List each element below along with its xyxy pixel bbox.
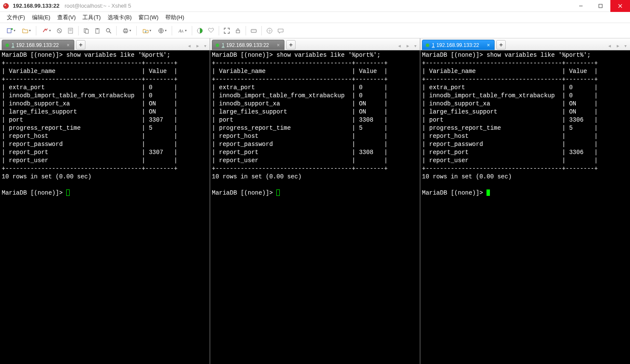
svg-rect-3 [599,4,602,8]
tab-close-button[interactable]: × [66,42,70,48]
svg-point-30 [253,30,254,31]
reconnect-button[interactable]: ▾ [39,26,53,36]
session-tab[interactable]: 1192.168.99.133:22× [2,40,74,50]
session-tab[interactable]: 1192.168.99.133:22× [212,40,284,50]
tab-number: 1 [12,42,15,48]
tab-nav-left[interactable]: ◄ [185,43,193,49]
toolbar-separator [192,26,192,35]
new-tab-button[interactable]: + [76,40,85,50]
tab-nav-left[interactable]: ◄ [396,43,403,49]
tab-strip: 1192.168.99.133:22×+◄►▾ [420,38,630,50]
open-button[interactable]: ▾ [19,26,33,36]
language-button[interactable]: ▾ [155,26,169,36]
font-button[interactable]: AA▾ [175,26,189,36]
title-bar: 192.168.99.133:22 root@localhost:~ - Xsh… [0,0,630,12]
svg-rect-21 [124,29,127,30]
svg-rect-17 [97,28,98,29]
cursor-icon [276,189,280,196]
help-button[interactable]: ? [264,26,275,36]
toolbar-separator [172,26,172,35]
fullscreen-button[interactable] [222,26,232,36]
properties-button[interactable] [65,26,76,36]
menu-bar: 文件(F) 编辑(E) 查看(V) 工具(T) 选项卡(B) 窗口(W) 帮助(… [0,12,630,23]
terminal[interactable]: MariaDB [(none)]> show variables like '%… [420,50,630,364]
paste-button[interactable] [92,26,103,36]
highlight-button[interactable] [206,26,216,36]
tab-nav-right[interactable]: ► [614,43,622,49]
tab-nav-menu[interactable]: ▾ [623,43,628,49]
tab-label: 192.168.99.133:22 [226,42,269,48]
file-transfer-button[interactable]: ▾ [139,26,154,36]
tab-nav-right[interactable]: ► [404,43,412,49]
tab-nav-left[interactable]: ◄ [606,43,613,49]
maximize-button[interactable] [591,0,610,12]
svg-line-10 [58,29,61,32]
menu-file[interactable]: 文件(F) [3,12,29,23]
terminal[interactable]: MariaDB [(none)]> show variables like '%… [210,50,420,364]
svg-rect-27 [236,30,240,33]
find-button[interactable] [103,26,114,36]
tab-close-button[interactable]: × [486,42,491,48]
toolbar: ▾ ▾ ▾ ▾ ▾ ▾ AA▾ ? [0,23,630,38]
tab-strip: 1192.168.99.133:22×+◄►▾ [210,38,420,50]
feedback-button[interactable] [275,26,286,36]
split-panes: 1192.168.99.133:22×+◄►▾MariaDB [(none)]>… [0,38,630,364]
svg-text:?: ? [269,29,271,33]
menu-edit[interactable]: 编辑(E) [29,12,54,23]
tab-strip: 1192.168.99.133:22×+◄►▾ [0,38,210,50]
menu-view[interactable]: 查看(V) [54,12,79,23]
tab-number: 1 [432,42,435,48]
session-tab[interactable]: 1192.168.99.133:22× [422,40,495,50]
window-title-main: 192.168.99.133:22 [13,3,59,9]
print-button[interactable]: ▾ [119,26,134,36]
cursor-icon [66,189,70,196]
color-scheme-button[interactable] [195,26,205,36]
lock-button[interactable] [233,26,243,36]
tab-nav-menu[interactable]: ▾ [413,43,418,49]
toolbar-separator [246,26,246,35]
toolbar-separator [116,26,117,35]
svg-text:A: A [181,29,184,33]
terminal[interactable]: MariaDB [(none)]> show variables like '%… [0,50,210,364]
toolbar-separator [36,26,36,35]
app-logo-icon [3,3,9,9]
toolbar-separator [136,26,137,35]
terminal-pane: 1192.168.99.133:22×+◄►▾MariaDB [(none)]>… [420,38,630,364]
svg-point-31 [255,30,255,31]
toolbar-separator [78,26,79,35]
terminal-pane: 1192.168.99.133:22×+◄►▾MariaDB [(none)]>… [0,38,210,364]
cursor-icon [486,189,490,196]
menu-tabs[interactable]: 选项卡(B) [104,12,135,23]
tab-nav-menu[interactable]: ▾ [202,43,208,49]
disconnect-button[interactable] [54,26,64,36]
svg-point-29 [252,30,252,31]
terminal-pane: 1192.168.99.133:22×+◄►▾MariaDB [(none)]>… [210,38,420,364]
tab-number: 1 [222,42,225,48]
tab-close-button[interactable]: × [276,42,281,48]
menu-help[interactable]: 帮助(H) [162,12,188,23]
svg-rect-6 [7,29,11,33]
menu-tools[interactable]: 工具(T) [79,12,104,23]
new-tab-button[interactable]: + [496,40,506,50]
toolbar-separator [219,26,219,35]
svg-point-1 [5,4,6,6]
svg-point-18 [106,29,110,32]
keyboard-button[interactable] [249,26,259,36]
svg-line-19 [109,32,111,33]
new-tab-button[interactable]: + [286,40,296,50]
copy-button[interactable] [81,26,91,36]
status-dot-icon [426,44,429,47]
svg-rect-15 [85,29,88,33]
svg-point-0 [3,3,9,9]
tab-label: 192.168.99.133:22 [16,42,59,48]
window-title-sub: root@localhost:~ - Xshell 5 [64,3,131,9]
tab-nav-right[interactable]: ► [194,43,202,49]
new-session-button[interactable]: ▾ [3,26,18,36]
toolbar-separator [261,26,262,35]
menu-window[interactable]: 窗口(W) [135,12,162,23]
minimize-button[interactable] [571,0,591,12]
status-dot-icon [6,44,9,47]
tab-label: 192.168.99.133:22 [437,42,479,48]
close-button[interactable] [610,0,630,12]
status-dot-icon [216,44,219,47]
